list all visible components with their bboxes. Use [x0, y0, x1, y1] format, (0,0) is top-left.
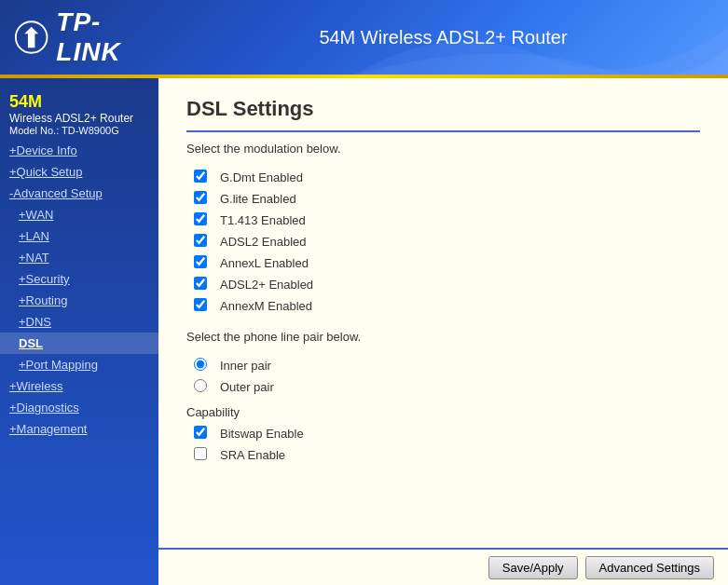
- svg-marker-1: [24, 27, 38, 48]
- phone-line-table: Inner pair Outer pair: [186, 355, 700, 398]
- tp-link-logo-icon: [14, 19, 48, 56]
- table-row: Inner pair: [186, 355, 700, 376]
- sidebar-item-dns[interactable]: +DNS: [0, 311, 158, 333]
- annexl-cell: [186, 252, 214, 274]
- outer-pair-cell: [186, 376, 214, 398]
- inner-pair-cell: [186, 355, 214, 376]
- adsl2-label: ADSL2 Enabled: [214, 231, 700, 252]
- adsl2plus-label: ADSL2+ Enabled: [214, 274, 700, 295]
- modulation-label: Select the modulation below.: [186, 142, 700, 156]
- bitswap-label: Bitswap Enable: [214, 423, 700, 444]
- sidebar-model-no: Model No.: TD-W8900G: [9, 125, 149, 136]
- sra-cell: [186, 444, 214, 466]
- gdmt-label: G.Dmt Enabled: [214, 167, 700, 188]
- table-row: SRA Enable: [186, 444, 700, 466]
- table-row: G.lite Enabled: [186, 188, 700, 210]
- capability-label: Capability: [186, 398, 700, 423]
- sidebar-item-diagnostics[interactable]: +Diagnostics: [0, 397, 158, 418]
- sra-label: SRA Enable: [214, 444, 700, 466]
- content-wrapper: DSL Settings Select the modulation below…: [158, 78, 728, 585]
- sidebar-item-device-info[interactable]: +Device Info: [0, 140, 158, 161]
- gdmt-checkbox[interactable]: [194, 170, 207, 183]
- button-bar: Save/Apply Advanced Settings: [158, 548, 728, 585]
- annexm-label: AnnexM Enabled: [214, 295, 700, 317]
- page-title: DSL Settings: [186, 97, 700, 121]
- table-row: ADSL2+ Enabled: [186, 274, 700, 295]
- table-row: Bitswap Enable: [186, 423, 700, 444]
- adsl2-checkbox[interactable]: [194, 234, 207, 247]
- inner-pair-radio[interactable]: [194, 358, 207, 371]
- sidebar-model-label: 54M: [9, 93, 149, 112]
- sidebar: 54M Wireless ADSL2+ Router Model No.: TD…: [0, 78, 158, 585]
- adsl2-cell: [186, 231, 214, 252]
- sidebar-item-port-mapping[interactable]: +Port Mapping: [0, 354, 158, 375]
- logo: TP-LINK: [0, 7, 158, 67]
- table-row: ADSL2 Enabled: [186, 231, 700, 252]
- bitswap-cell: [186, 423, 214, 444]
- sra-checkbox[interactable]: [194, 447, 207, 460]
- gdmt-cell: [186, 167, 214, 188]
- bitswap-checkbox[interactable]: [194, 426, 207, 439]
- layout: 54M Wireless ADSL2+ Router Model No.: TD…: [0, 78, 728, 585]
- advanced-settings-button[interactable]: Advanced Settings: [585, 556, 714, 579]
- sidebar-item-lan[interactable]: +LAN: [0, 225, 158, 247]
- phone-line-label: Select the phone line pair below.: [186, 330, 700, 344]
- t1413-cell: [186, 210, 214, 231]
- sidebar-item-quick-setup[interactable]: +Quick Setup: [0, 161, 158, 183]
- table-row: G.Dmt Enabled: [186, 167, 700, 188]
- adsl2plus-cell: [186, 274, 214, 295]
- sidebar-item-security[interactable]: +Security: [0, 268, 158, 290]
- outer-pair-radio[interactable]: [194, 379, 207, 392]
- table-row: AnnexL Enabled: [186, 252, 700, 274]
- glite-cell: [186, 188, 214, 210]
- sidebar-item-wireless[interactable]: +Wireless: [0, 375, 158, 397]
- outer-pair-label: Outer pair: [214, 376, 700, 398]
- sidebar-item-dsl[interactable]: DSL: [0, 333, 158, 354]
- sidebar-device-info: 54M Wireless ADSL2+ Router Model No.: TD…: [0, 88, 158, 140]
- sidebar-item-advanced-setup[interactable]: -Advanced Setup: [0, 183, 158, 204]
- sidebar-device-type: Wireless ADSL2+ Router: [9, 112, 149, 125]
- modulation-table: G.Dmt Enabled G.lite Enabled: [186, 167, 700, 317]
- header-wave-decoration: [355, 0, 728, 75]
- t1413-label: T1.413 Enabled: [214, 210, 700, 231]
- t1413-checkbox[interactable]: [194, 212, 207, 225]
- top-divider: [186, 130, 700, 132]
- glite-checkbox[interactable]: [194, 191, 207, 204]
- glite-label: G.lite Enabled: [214, 188, 700, 210]
- annexm-cell: [186, 295, 214, 317]
- annexm-checkbox[interactable]: [194, 298, 207, 311]
- capability-table: Bitswap Enable SRA Enable: [186, 423, 700, 466]
- sidebar-item-nat[interactable]: +NAT: [0, 247, 158, 268]
- sidebar-item-management[interactable]: +Management: [0, 418, 158, 440]
- annexl-label: AnnexL Enabled: [214, 252, 700, 274]
- table-row: Outer pair: [186, 376, 700, 398]
- table-row: AnnexM Enabled: [186, 295, 700, 317]
- logo-text: TP-LINK: [56, 7, 158, 67]
- annexl-checkbox[interactable]: [194, 255, 207, 268]
- header: TP-LINK 54M Wireless ADSL2+ Router: [0, 0, 728, 75]
- main-content: DSL Settings Select the modulation below…: [158, 78, 728, 548]
- sidebar-item-routing[interactable]: +Routing: [0, 290, 158, 311]
- main-inner: DSL Settings Select the modulation below…: [158, 78, 728, 484]
- adsl2plus-checkbox[interactable]: [194, 277, 207, 290]
- sidebar-item-wan[interactable]: +WAN: [0, 204, 158, 225]
- table-row: T1.413 Enabled: [186, 210, 700, 231]
- save-apply-button[interactable]: Save/Apply: [488, 556, 578, 579]
- inner-pair-label: Inner pair: [214, 355, 700, 376]
